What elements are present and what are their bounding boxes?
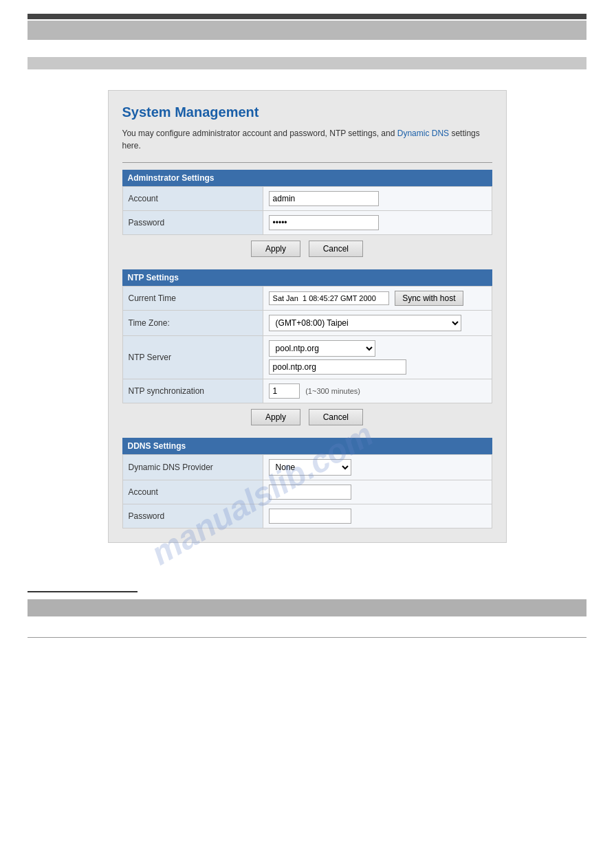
password-input[interactable] <box>269 215 379 230</box>
admin-apply-button[interactable]: Apply <box>251 241 300 257</box>
panel-description: You may configure administrator account … <box>122 127 492 152</box>
ntp-section-header: NTP Settings <box>122 269 492 286</box>
ddns-provider-label: Dynamic DNS Provider <box>122 455 263 480</box>
ntp-server-select[interactable]: pool.ntp.org <box>269 340 375 357</box>
ddns-password-row: Password <box>122 504 492 528</box>
ddns-section-header: DDNS Settings <box>122 438 492 454</box>
account-row: Account <box>122 187 492 211</box>
sync-with-host-button[interactable]: Sync with host <box>395 291 463 306</box>
timezone-label: Time Zone: <box>122 311 263 336</box>
bottom-section <box>28 591 586 592</box>
bottom-thin-line <box>28 637 586 638</box>
timezone-input-cell: (GMT+08:00) Taipei <box>263 311 492 336</box>
current-time-row: Current Time Sync with host <box>122 287 492 311</box>
current-time-input[interactable] <box>269 291 389 305</box>
bottom-gray-bar <box>28 599 586 616</box>
account-label: Account <box>122 187 263 211</box>
timezone-row: Time Zone: (GMT+08:00) Taipei <box>122 311 492 336</box>
admin-cancel-button[interactable]: Cancel <box>309 241 363 257</box>
account-input-cell <box>263 187 492 211</box>
password-label: Password <box>122 211 263 235</box>
ntp-server-wrapper: pool.ntp.org <box>269 340 486 375</box>
account-input[interactable] <box>269 191 379 206</box>
ddns-provider-row: Dynamic DNS Provider None <box>122 455 492 480</box>
ntp-sync-row: NTP synchronization (1~300 minutes) <box>122 379 492 403</box>
section-divider-top <box>122 162 492 163</box>
ntp-server-input-cell: pool.ntp.org <box>263 336 492 379</box>
ddns-account-input[interactable] <box>269 485 351 500</box>
ddns-provider-select[interactable]: None <box>269 459 351 476</box>
password-row: Password <box>122 211 492 235</box>
ntp-sync-input[interactable] <box>269 383 300 399</box>
ntp-server-label: NTP Server <box>122 336 263 379</box>
ntp-form-table: Current Time Sync with host Time Zone: (… <box>122 286 492 403</box>
admin-section-header: Adminstrator Settings <box>122 170 492 186</box>
ntp-server-row-inner: pool.ntp.org <box>269 340 486 357</box>
second-gray-bar <box>28 57 586 69</box>
password-input-cell <box>263 211 492 235</box>
admin-btn-row: Apply Cancel <box>122 235 492 263</box>
ntp-sync-input-cell: (1~300 minutes) <box>263 379 492 403</box>
ddns-password-input[interactable] <box>269 509 351 524</box>
ntp-server-input[interactable] <box>269 359 406 375</box>
ddns-form-table: Dynamic DNS Provider None Account <box>122 454 492 528</box>
dynamic-dns-link[interactable]: Dynamic DNS <box>397 129 449 138</box>
ntp-btn-row: Apply Cancel <box>122 403 492 431</box>
ntp-sync-label: NTP synchronization <box>122 379 263 403</box>
ddns-account-input-cell <box>263 480 492 504</box>
panel-title: System Management <box>122 104 492 120</box>
ntp-sync-hint: (1~300 minutes) <box>305 387 360 395</box>
ntp-apply-button[interactable]: Apply <box>251 409 300 425</box>
ddns-account-label: Account <box>122 480 263 504</box>
top-gray-bar <box>28 21 586 40</box>
ntp-server-input-row <box>269 359 486 375</box>
timezone-select[interactable]: (GMT+08:00) Taipei <box>269 315 461 331</box>
ddns-provider-input-cell: None <box>263 455 492 480</box>
ddns-password-input-cell <box>263 504 492 528</box>
top-bar <box>28 14 586 19</box>
current-time-label: Current Time <box>122 287 263 311</box>
bottom-line <box>28 591 138 592</box>
ntp-server-row: NTP Server pool.ntp.org <box>122 336 492 379</box>
ntp-cancel-button[interactable]: Cancel <box>309 409 363 425</box>
admin-form-table: Account Password <box>122 186 492 235</box>
ddns-account-row: Account <box>122 480 492 504</box>
current-time-input-cell: Sync with host <box>263 287 492 311</box>
ddns-password-label: Password <box>122 504 263 528</box>
